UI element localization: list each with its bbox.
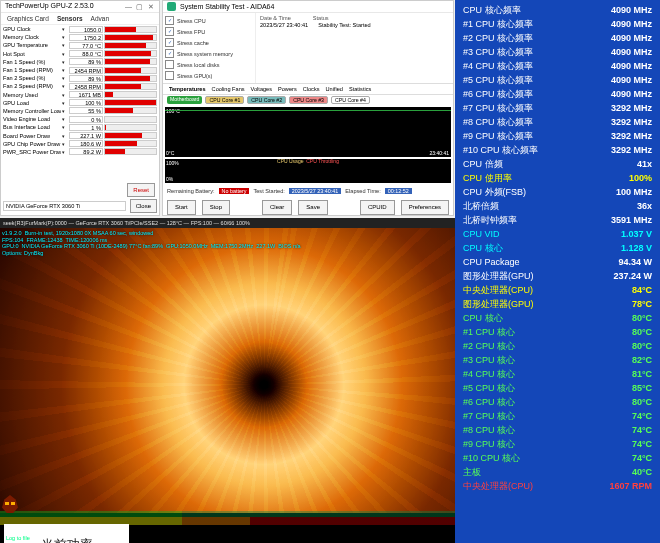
stress-item[interactable]: Stress local disks [165,59,253,70]
close-button[interactable]: Close [130,199,157,213]
furmark-titlebar[interactable]: seek(R3)FurMark(P):0000 — GeForce RTX 30… [0,218,455,228]
stress-item[interactable]: ✓Stress cache [165,37,253,48]
chevron-down-icon[interactable]: ▾ [62,42,68,48]
tab-advanced[interactable]: Advan [91,15,109,22]
tab-graphics-card[interactable]: Graphics Card [7,15,49,22]
mon-label: CPU 核心频率 [463,3,521,17]
monitor-row: #7 CPU 核心频率3292 MHz [461,101,654,115]
log-to-file[interactable]: Log to file [6,535,30,541]
monitor-row: #8 CPU 核心74°C [461,423,654,437]
mon-label: #2 CPU 核心频率 [463,31,533,45]
aida-titlebar[interactable]: System Stability Test - AIDA64 [163,1,453,13]
checkbox-icon[interactable]: ✓ [165,49,174,58]
aida-title-text: System Stability Test - AIDA64 [180,3,274,10]
stress-item[interactable]: ✓Stress CPU [165,15,253,26]
tab-sensors[interactable]: Sensors [57,15,83,22]
legend-core2[interactable]: CPU Core #2 [247,96,286,104]
mon-value: 1.128 V [621,241,652,255]
legend-core3[interactable]: CPU Core #3 [289,96,328,104]
mon-value: 4090 MHz [611,45,652,59]
chevron-down-icon[interactable]: ▾ [62,26,68,32]
chevron-down-icon[interactable]: ▾ [62,75,68,81]
sensor-bar [104,26,157,33]
mon-label: #3 CPU 核心 [463,353,515,367]
checkbox-icon[interactable] [165,71,174,80]
preferences-button[interactable]: Preferences [401,200,449,215]
checkbox-icon[interactable]: ✓ [165,27,174,36]
aida-toolbar: Start Stop Clear Save CPUID Preferences [163,197,453,218]
chevron-down-icon[interactable]: ▾ [62,124,68,130]
monitor-row: #3 CPU 核心82°C [461,353,654,367]
legend-core4[interactable]: CPU Core #4 [331,96,370,104]
legend-core1[interactable]: CPU Core #1 [205,96,244,104]
chevron-down-icon[interactable]: ▾ [62,116,68,122]
mon-value: 40°C [632,465,652,479]
mon-label: 北桥时钟频率 [463,213,517,227]
tab-voltages[interactable]: Voltages [251,86,272,92]
stress-item[interactable]: Stress GPU(s) [165,70,253,81]
mon-value: 80°C [632,325,652,339]
tab-powers[interactable]: Powers [278,86,297,92]
mon-label: #9 CPU 核心 [463,437,515,451]
device-selector[interactable]: NVIDIA GeForce RTX 3060 Ti [3,201,126,211]
sensor-bar [104,116,157,123]
clear-button[interactable]: Clear [262,200,292,215]
chevron-down-icon[interactable]: ▾ [62,67,68,73]
start-button[interactable]: Start [167,200,196,215]
sensor-row: Fan 2 Speed (RPM)▾2458 RPM [3,82,157,90]
tab-clocks[interactable]: Clocks [303,86,320,92]
checkbox-icon[interactable]: ✓ [165,16,174,25]
stress-item[interactable]: ✓Stress FPU [165,26,253,37]
sensor-row: GPU Clock▾1050.0 MHz [3,25,157,33]
tab-unified[interactable]: Unified [325,86,342,92]
sensor-row: Hot Spot▾88.0 °C [3,50,157,58]
mon-value: 81°C [632,367,652,381]
sensor-bar [104,91,157,98]
legend-motherboard[interactable]: Motherboard [167,96,202,104]
mon-label: CPU 核心 [463,311,503,325]
mon-label: CPU VID [463,227,500,241]
maximize-icon[interactable]: ▢ [135,2,144,11]
chevron-down-icon[interactable]: ▾ [62,34,68,40]
reset-button[interactable]: Reset [127,183,155,197]
sensor-row: GPU Temperature▾77.0 °C [3,41,157,49]
sensor-bar [104,34,157,41]
chevron-down-icon[interactable]: ▾ [62,100,68,106]
furmark-overlay-text: v1.9.2.0 Burn-in test, 1920x1080 0X MSAA… [2,230,301,256]
sensor-label: Fan 1 Speed (%) [3,59,61,65]
gpuz-titlebar[interactable]: TechPowerUp GPU-Z 2.53.0 — ▢ ✕ [1,1,159,13]
cpuid-button[interactable]: CPUID [360,200,395,215]
stop-button[interactable]: Stop [202,200,230,215]
monitor-row: #9 CPU 核心74°C [461,437,654,451]
sensor-label: GPU Clock [3,26,61,32]
chevron-down-icon[interactable]: ▾ [62,59,68,65]
chevron-down-icon[interactable]: ▾ [62,92,68,98]
mon-label: #7 CPU 核心频率 [463,101,533,115]
monitor-row: 中央处理器(CPU)84°C [461,283,654,297]
chevron-down-icon[interactable]: ▾ [62,133,68,139]
mon-label: CPU Package [463,255,520,269]
aida-window: System Stability Test - AIDA64 ✓Stress C… [162,0,454,216]
mon-label: #1 CPU 核心 [463,325,515,339]
chevron-down-icon[interactable]: ▾ [62,51,68,57]
chevron-down-icon[interactable]: ▾ [62,83,68,89]
tab-statistics[interactable]: Statistics [349,86,371,92]
label-remaining-battery: Remaining Battery: [167,188,215,194]
monitor-row: #2 CPU 核心80°C [461,339,654,353]
mon-label: #1 CPU 核心频率 [463,17,533,31]
tab-temperatures[interactable]: Temperatures [169,86,206,92]
stress-label: Stress local disks [177,62,220,68]
sensor-value: 88.0 °C [69,50,103,57]
stress-item[interactable]: ✓Stress system memory [165,48,253,59]
checkbox-icon[interactable] [165,60,174,69]
chevron-down-icon[interactable]: ▾ [62,141,68,147]
monitor-row: #8 CPU 核心频率3292 MHz [461,115,654,129]
tab-cooling-fans[interactable]: Cooling Fans [212,86,245,92]
save-button[interactable]: Save [298,200,328,215]
chevron-down-icon[interactable]: ▾ [62,149,68,155]
close-icon[interactable]: ✕ [146,2,155,11]
checkbox-icon[interactable]: ✓ [165,38,174,47]
chevron-down-icon[interactable]: ▾ [62,108,68,114]
monitor-row: #2 CPU 核心频率4090 MHz [461,31,654,45]
minimize-icon[interactable]: — [124,2,133,11]
